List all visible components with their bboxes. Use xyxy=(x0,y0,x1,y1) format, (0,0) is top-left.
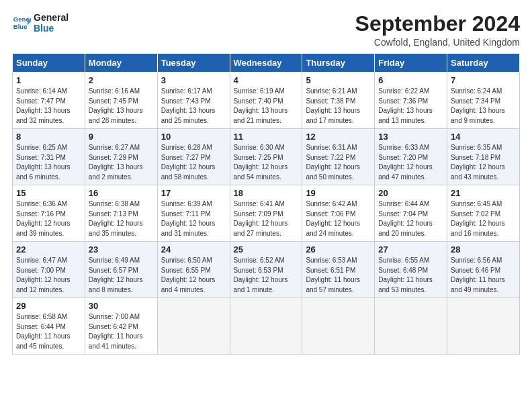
cell-info: Sunrise: 6:36 AMSunset: 7:16 PMDaylight:… xyxy=(16,199,81,238)
header: General Blue General Blue September 2024… xyxy=(12,12,520,48)
day-number: 5 xyxy=(306,75,371,85)
calendar-cell: 27Sunrise: 6:55 AMSunset: 6:48 PMDayligh… xyxy=(375,242,447,298)
cell-info: Sunrise: 6:33 AMSunset: 7:20 PMDaylight:… xyxy=(378,143,443,182)
calendar-week-row: 22Sunrise: 6:47 AMSunset: 7:00 PMDayligh… xyxy=(13,242,520,298)
calendar-cell: 14Sunrise: 6:35 AMSunset: 7:18 PMDayligh… xyxy=(447,129,520,185)
cell-info: Sunrise: 6:16 AMSunset: 7:45 PMDaylight:… xyxy=(89,87,154,126)
cell-info: Sunrise: 6:53 AMSunset: 6:51 PMDaylight:… xyxy=(306,256,371,295)
calendar-cell xyxy=(157,298,230,355)
cell-info: Sunrise: 6:50 AMSunset: 6:55 PMDaylight:… xyxy=(161,256,226,295)
calendar-table: SundayMondayTuesdayWednesdayThursdayFrid… xyxy=(12,53,520,355)
day-number: 27 xyxy=(378,244,443,255)
weekday-header-friday: Friday xyxy=(375,54,447,73)
cell-info: Sunrise: 6:49 AMSunset: 6:57 PMDaylight:… xyxy=(89,256,154,295)
cell-info: Sunrise: 6:47 AMSunset: 7:00 PMDaylight:… xyxy=(16,256,81,295)
calendar-cell xyxy=(302,298,375,355)
calendar-cell xyxy=(230,298,302,355)
calendar-cell: 16Sunrise: 6:38 AMSunset: 7:13 PMDayligh… xyxy=(85,185,157,242)
day-number: 16 xyxy=(89,188,154,198)
cell-info: Sunrise: 6:52 AMSunset: 6:53 PMDaylight:… xyxy=(234,256,299,295)
calendar-week-row: 29Sunrise: 6:58 AMSunset: 6:44 PMDayligh… xyxy=(13,298,520,355)
calendar-cell: 18Sunrise: 6:41 AMSunset: 7:09 PMDayligh… xyxy=(230,185,302,242)
calendar-cell: 29Sunrise: 6:58 AMSunset: 6:44 PMDayligh… xyxy=(13,298,85,355)
cell-info: Sunrise: 6:30 AMSunset: 7:25 PMDaylight:… xyxy=(234,143,299,182)
cell-info: Sunrise: 6:14 AMSunset: 7:47 PMDaylight:… xyxy=(16,87,81,126)
calendar-cell: 7Sunrise: 6:24 AMSunset: 7:34 PMDaylight… xyxy=(447,73,520,129)
weekday-header-wednesday: Wednesday xyxy=(230,54,302,73)
weekday-header-tuesday: Tuesday xyxy=(157,54,230,73)
calendar-cell: 5Sunrise: 6:21 AMSunset: 7:38 PMDaylight… xyxy=(302,73,375,129)
cell-info: Sunrise: 6:28 AMSunset: 7:27 PMDaylight:… xyxy=(161,143,226,182)
weekday-header-sunday: Sunday xyxy=(13,54,85,73)
cell-info: Sunrise: 6:22 AMSunset: 7:36 PMDaylight:… xyxy=(378,87,443,126)
calendar-cell: 26Sunrise: 6:53 AMSunset: 6:51 PMDayligh… xyxy=(302,242,375,298)
cell-info: Sunrise: 7:00 AMSunset: 6:42 PMDaylight:… xyxy=(89,312,154,351)
day-number: 11 xyxy=(234,132,299,142)
day-number: 18 xyxy=(234,188,299,198)
calendar-cell: 22Sunrise: 6:47 AMSunset: 7:00 PMDayligh… xyxy=(13,242,85,298)
calendar-cell: 28Sunrise: 6:56 AMSunset: 6:46 PMDayligh… xyxy=(447,242,520,298)
calendar-cell: 4Sunrise: 6:19 AMSunset: 7:40 PMDaylight… xyxy=(230,73,302,129)
calendar-cell: 12Sunrise: 6:31 AMSunset: 7:22 PMDayligh… xyxy=(302,129,375,185)
cell-info: Sunrise: 6:42 AMSunset: 7:06 PMDaylight:… xyxy=(306,199,371,238)
calendar-cell: 19Sunrise: 6:42 AMSunset: 7:06 PMDayligh… xyxy=(302,185,375,242)
day-number: 23 xyxy=(89,244,154,255)
calendar-cell xyxy=(375,298,447,355)
cell-info: Sunrise: 6:39 AMSunset: 7:11 PMDaylight:… xyxy=(161,199,226,238)
cell-info: Sunrise: 6:41 AMSunset: 7:09 PMDaylight:… xyxy=(234,199,299,238)
day-number: 2 xyxy=(89,75,154,85)
day-number: 17 xyxy=(161,188,226,198)
cell-info: Sunrise: 6:56 AMSunset: 6:46 PMDaylight:… xyxy=(451,256,516,295)
day-number: 19 xyxy=(306,188,371,198)
day-number: 1 xyxy=(16,75,81,85)
calendar-cell: 25Sunrise: 6:52 AMSunset: 6:53 PMDayligh… xyxy=(230,242,302,298)
weekday-header-monday: Monday xyxy=(85,54,157,73)
month-title: September 2024 xyxy=(355,12,520,36)
logo-general: General xyxy=(34,12,69,23)
cell-info: Sunrise: 6:35 AMSunset: 7:18 PMDaylight:… xyxy=(451,143,516,182)
day-number: 7 xyxy=(451,75,516,85)
day-number: 21 xyxy=(451,188,516,198)
day-number: 24 xyxy=(161,244,226,255)
cell-info: Sunrise: 6:31 AMSunset: 7:22 PMDaylight:… xyxy=(306,143,371,182)
day-number: 20 xyxy=(378,188,443,198)
day-number: 28 xyxy=(451,244,516,255)
page: General Blue General Blue September 2024… xyxy=(0,0,532,411)
day-number: 6 xyxy=(378,75,443,85)
calendar-cell: 3Sunrise: 6:17 AMSunset: 7:43 PMDaylight… xyxy=(157,73,230,129)
day-number: 12 xyxy=(306,132,371,142)
day-number: 4 xyxy=(234,75,299,85)
day-number: 14 xyxy=(451,132,516,142)
calendar-cell: 8Sunrise: 6:25 AMSunset: 7:31 PMDaylight… xyxy=(13,129,85,185)
cell-info: Sunrise: 6:19 AMSunset: 7:40 PMDaylight:… xyxy=(234,87,299,126)
calendar-cell: 21Sunrise: 6:45 AMSunset: 7:02 PMDayligh… xyxy=(447,185,520,242)
title-block: September 2024 Cowfold, England, United … xyxy=(355,12,520,48)
day-number: 25 xyxy=(234,244,299,255)
calendar-cell: 1Sunrise: 6:14 AMSunset: 7:47 PMDaylight… xyxy=(13,73,85,129)
logo: General Blue General Blue xyxy=(12,12,69,34)
cell-info: Sunrise: 6:44 AMSunset: 7:04 PMDaylight:… xyxy=(378,199,443,238)
calendar-cell: 13Sunrise: 6:33 AMSunset: 7:20 PMDayligh… xyxy=(375,129,447,185)
calendar-cell: 10Sunrise: 6:28 AMSunset: 7:27 PMDayligh… xyxy=(157,129,230,185)
calendar-cell: 30Sunrise: 7:00 AMSunset: 6:42 PMDayligh… xyxy=(85,298,157,355)
calendar-cell xyxy=(447,298,520,355)
cell-info: Sunrise: 6:21 AMSunset: 7:38 PMDaylight:… xyxy=(306,87,371,126)
cell-info: Sunrise: 6:17 AMSunset: 7:43 PMDaylight:… xyxy=(161,87,226,126)
weekday-header-thursday: Thursday xyxy=(302,54,375,73)
day-number: 26 xyxy=(306,244,371,255)
day-number: 10 xyxy=(161,132,226,142)
day-number: 22 xyxy=(16,244,81,255)
calendar-cell: 2Sunrise: 6:16 AMSunset: 7:45 PMDaylight… xyxy=(85,73,157,129)
svg-text:Blue: Blue xyxy=(13,23,28,30)
day-number: 3 xyxy=(161,75,226,85)
cell-info: Sunrise: 6:38 AMSunset: 7:13 PMDaylight:… xyxy=(89,199,154,238)
cell-info: Sunrise: 6:24 AMSunset: 7:34 PMDaylight:… xyxy=(451,87,516,126)
logo-icon: General Blue xyxy=(12,13,31,32)
calendar-cell: 6Sunrise: 6:22 AMSunset: 7:36 PMDaylight… xyxy=(375,73,447,129)
location-subtitle: Cowfold, England, United Kingdom xyxy=(355,37,520,48)
cell-info: Sunrise: 6:55 AMSunset: 6:48 PMDaylight:… xyxy=(378,256,443,295)
day-number: 15 xyxy=(16,188,81,198)
cell-info: Sunrise: 6:45 AMSunset: 7:02 PMDaylight:… xyxy=(451,199,516,238)
day-number: 8 xyxy=(16,132,81,142)
day-number: 13 xyxy=(378,132,443,142)
